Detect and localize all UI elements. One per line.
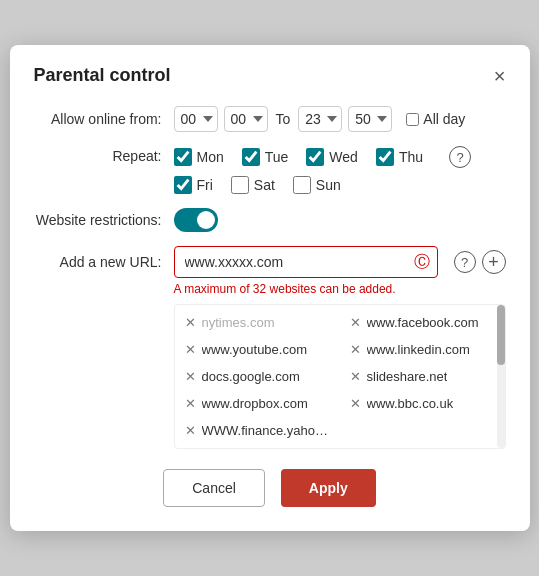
remove-icon[interactable]: ✕ [185,423,196,438]
list-item: ✕ www.bbc.co.uk [340,390,505,417]
website-row: Website restrictions: [34,208,506,232]
url-input[interactable] [174,246,438,278]
parental-control-dialog: Parental control × Allow online from: 00… [10,45,530,531]
scrollbar-track[interactable] [497,305,505,448]
day-item-wed: Wed [306,148,358,166]
footer-row: Cancel Apply [34,469,506,507]
url-text: www.facebook.com [367,315,479,330]
time-label: Allow online from: [34,111,174,127]
from-min-select[interactable]: 00 [224,106,268,132]
cancel-button[interactable]: Cancel [163,469,265,507]
remove-icon[interactable]: ✕ [350,396,361,411]
all-day-label: All day [423,111,465,127]
time-row: Allow online from: 00 00 To 23 50 All da… [34,106,506,132]
day-label-sun: Sun [316,177,341,193]
url-text: slideshare.net [367,369,448,384]
url-error-icon: Ⓒ [414,252,430,273]
remove-icon[interactable]: ✕ [185,369,196,384]
remove-icon[interactable]: ✕ [350,342,361,357]
day-label-wed: Wed [329,149,358,165]
url-text: www.linkedin.com [367,342,470,357]
table-row: ✕ WWW.finance.yahoo.com [175,417,505,444]
url-text: www.bbc.co.uk [367,396,454,411]
day-item-tue: Tue [242,148,289,166]
website-label: Website restrictions: [34,212,174,228]
list-item: ✕ www.facebook.com [340,309,505,336]
remove-icon[interactable]: ✕ [350,369,361,384]
list-item: ✕ www.linkedin.com [340,336,505,363]
all-day-checkbox[interactable] [406,113,419,126]
scrollbar-thumb[interactable] [497,305,505,365]
from-hour-select[interactable]: 00 [174,106,218,132]
day-label-mon: Mon [197,149,224,165]
list-item: ✕ docs.google.com [175,363,340,390]
url-error-message: A maximum of 32 websites can be added. [174,282,506,296]
list-item [340,417,505,444]
day-item-sun: Sun [293,176,341,194]
repeat-row: Repeat: Mon Tue Wed Thu ? Fri [34,146,506,194]
day-checkbox-sat[interactable] [231,176,249,194]
day-item-mon: Mon [174,148,224,166]
dialog-header: Parental control × [34,65,506,86]
table-row: ✕ nytimes.com ✕ www.facebook.com [175,309,505,336]
table-row: ✕ www.dropbox.com ✕ www.bbc.co.uk [175,390,505,417]
list-item: ✕ www.dropbox.com [175,390,340,417]
url-list: ✕ nytimes.com ✕ www.facebook.com ✕ www.y… [175,305,505,448]
url-row: Add a new URL: Ⓒ ? + [34,246,506,278]
url-text: nytimes.com [202,315,275,330]
day-label-sat: Sat [254,177,275,193]
to-min-select[interactable]: 50 [348,106,392,132]
list-item: ✕ www.youtube.com [175,336,340,363]
day-label-thu: Thu [399,149,423,165]
url-list-container: ✕ nytimes.com ✕ www.facebook.com ✕ www.y… [174,304,506,449]
days-container: Mon Tue Wed Thu ? Fri Sat [174,146,506,194]
url-text: WWW.finance.yahoo.com [202,423,330,438]
day-checkbox-fri[interactable] [174,176,192,194]
table-row: ✕ www.youtube.com ✕ www.linkedin.com [175,336,505,363]
remove-icon[interactable]: ✕ [185,342,196,357]
table-row: ✕ docs.google.com ✕ slideshare.net [175,363,505,390]
day-item-sat: Sat [231,176,275,194]
website-toggle[interactable] [174,208,218,232]
url-add-icon[interactable]: + [482,250,506,274]
url-help-icon[interactable]: ? [454,251,476,273]
apply-button[interactable]: Apply [281,469,376,507]
url-text: www.dropbox.com [202,396,308,411]
close-button[interactable]: × [494,66,506,86]
to-label: To [276,111,291,127]
repeat-help-icon[interactable]: ? [449,146,471,168]
day-checkbox-sun[interactable] [293,176,311,194]
dialog-title: Parental control [34,65,171,86]
day-checkbox-wed[interactable] [306,148,324,166]
day-item-fri: Fri [174,176,213,194]
remove-icon[interactable]: ✕ [350,315,361,330]
list-item: ✕ slideshare.net [340,363,505,390]
day-checkbox-tue[interactable] [242,148,260,166]
repeat-label: Repeat: [34,146,174,164]
day-checkbox-mon[interactable] [174,148,192,166]
day-label-fri: Fri [197,177,213,193]
remove-icon[interactable]: ✕ [185,315,196,330]
day-label-tue: Tue [265,149,289,165]
url-text: docs.google.com [202,369,300,384]
url-label: Add a new URL: [34,254,174,270]
url-text: www.youtube.com [202,342,308,357]
url-input-wrap: Ⓒ [174,246,438,278]
remove-icon[interactable]: ✕ [185,396,196,411]
day-checkbox-thu[interactable] [376,148,394,166]
to-hour-select[interactable]: 23 [298,106,342,132]
url-actions: ? + [446,250,506,274]
list-item: ✕ nytimes.com [175,309,340,336]
toggle-slider [174,208,218,232]
day-item-thu: Thu [376,148,423,166]
list-item: ✕ WWW.finance.yahoo.com [175,417,340,444]
